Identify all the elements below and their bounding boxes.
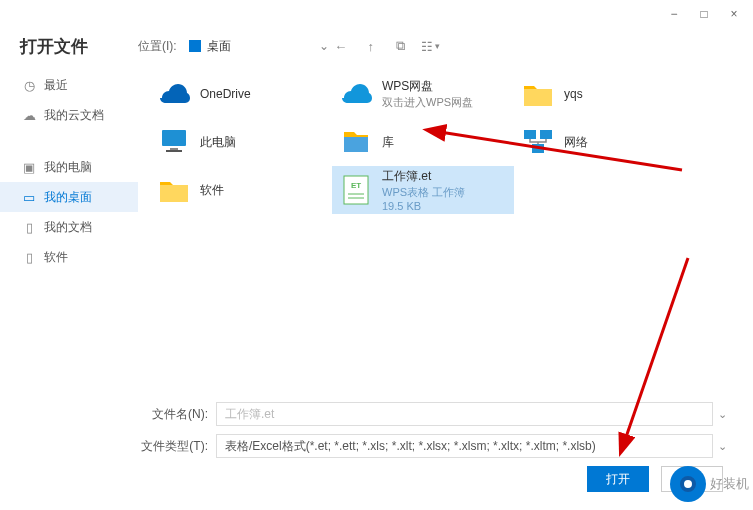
filetype-select[interactable] (216, 434, 713, 458)
sidebar-item-label: 我的电脑 (44, 159, 92, 176)
clock-icon: ◷ (22, 78, 36, 92)
filetype-label: 文件类型(T): (138, 438, 216, 455)
file-item[interactable]: OneDrive (150, 70, 332, 118)
file-name: 此电脑 (200, 134, 236, 151)
file-size: 19.5 KB (382, 200, 465, 212)
wps-icon (338, 76, 374, 112)
maximize-button[interactable]: □ (689, 3, 719, 25)
desktop-icon (189, 40, 201, 52)
svg-rect-0 (162, 130, 186, 146)
sidebar-item-我的电脑[interactable]: ▣我的电脑 (0, 152, 138, 182)
minimize-button[interactable]: − (659, 3, 689, 25)
sidebar-item-label: 我的云文档 (44, 107, 104, 124)
sidebar-item-label: 我的文档 (44, 219, 92, 236)
cloud-icon: ☁ (22, 108, 36, 122)
file-item[interactable]: 此电脑 (150, 118, 332, 166)
file-item[interactable]: 软件 (150, 166, 332, 214)
folder-y-icon (156, 172, 192, 208)
file-name: 网络 (564, 134, 588, 151)
network-icon (520, 124, 556, 160)
location-value: 桌面 (207, 38, 231, 55)
library-icon (338, 124, 374, 160)
new-folder-button[interactable]: ⧉ (393, 38, 409, 54)
filename-label: 文件名(N): (138, 406, 216, 423)
open-button[interactable]: 打开 (587, 466, 649, 492)
file-name: OneDrive (200, 87, 251, 101)
sidebar-item-我的云文档[interactable]: ☁我的云文档 (0, 100, 138, 130)
file-name: 软件 (200, 182, 224, 199)
svg-rect-2 (166, 150, 182, 152)
file-name: 工作簿.et (382, 168, 465, 185)
file-item[interactable]: WPS网盘双击进入WPS网盘 (332, 70, 514, 118)
up-button[interactable]: ↑ (363, 38, 379, 54)
thispc-icon (156, 124, 192, 160)
chevron-down-icon: ⌄ (319, 39, 329, 53)
svg-text:ET: ET (351, 181, 361, 190)
svg-rect-1 (170, 148, 178, 150)
svg-rect-3 (344, 137, 368, 152)
desktop-icon: ▭ (22, 190, 36, 204)
sidebar-item-我的文档[interactable]: ▯我的文档 (0, 212, 138, 242)
sidebar-item-label: 最近 (44, 77, 68, 94)
onedrive-icon (156, 76, 192, 112)
file-item[interactable]: ET工作簿.etWPS表格 工作簿19.5 KB (332, 166, 514, 214)
view-button[interactable]: ☷▾ (423, 38, 439, 54)
folder-icon: ▯ (22, 250, 36, 264)
sidebar-item-最近[interactable]: ◷最近 (0, 70, 138, 100)
file-name: WPS网盘 (382, 78, 473, 95)
close-button[interactable]: × (719, 3, 749, 25)
folder-y-icon (520, 76, 556, 112)
sidebar-item-label: 软件 (44, 249, 68, 266)
svg-rect-6 (532, 144, 544, 153)
svg-rect-4 (524, 130, 536, 139)
back-button[interactable]: ← (333, 38, 349, 54)
file-name: 库 (382, 134, 394, 151)
folder-icon: ▯ (22, 220, 36, 234)
sidebar-item-label: 我的桌面 (44, 189, 92, 206)
file-item[interactable]: 网络 (514, 118, 696, 166)
svg-rect-5 (540, 130, 552, 139)
filename-input[interactable] (216, 402, 713, 426)
file-sub: WPS表格 工作簿 (382, 185, 465, 200)
watermark: 好装机 (670, 466, 749, 502)
file-item[interactable]: yqs (514, 70, 696, 118)
sidebar-item-我的桌面[interactable]: ▭我的桌面 (0, 182, 138, 212)
file-item[interactable]: 库 (332, 118, 514, 166)
location-select[interactable]: 桌面 ⌄ (189, 38, 329, 55)
et-icon: ET (338, 172, 374, 208)
dialog-title: 打开文件 (20, 35, 138, 58)
sidebar-item-软件[interactable]: ▯软件 (0, 242, 138, 272)
file-name: yqs (564, 87, 583, 101)
file-sub: 双击进入WPS网盘 (382, 95, 473, 110)
location-label: 位置(I): (138, 38, 177, 55)
pc-icon: ▣ (22, 160, 36, 174)
